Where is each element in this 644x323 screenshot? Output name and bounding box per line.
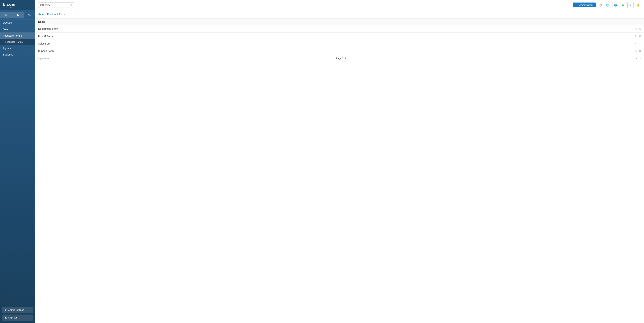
main-area: CCHome 👤 Administrator 🕐 🌐 🌍 ↻ ↺ (35, 0, 644, 323)
table-row: Sales Form ✎ ✕ (35, 40, 644, 48)
bell-icon-btn[interactable]: 🔔 (635, 2, 641, 8)
edit-icon-sales[interactable]: ✎ (634, 42, 637, 45)
row-name-sales-form: Sales Form (38, 42, 51, 45)
delete-icon-new-it[interactable]: ✕ (639, 34, 641, 38)
row-name-support-form: Support Form (38, 50, 54, 52)
edit-icon-new-it[interactable]: ✎ (634, 34, 637, 38)
clock-icon: 🕐 (598, 4, 602, 7)
refresh-blue-icon: ↺ (629, 3, 632, 7)
next-page-button[interactable]: next » (635, 57, 641, 60)
statistics-label: Statistics (3, 53, 13, 56)
sign-out-button[interactable]: ⏏ Sign out (2, 314, 33, 321)
feedback-forms-label: Feedback Forms (3, 34, 22, 37)
header: CCHome 👤 Administrator 🕐 🌐 🌍 ↻ ↺ (35, 0, 644, 10)
refresh-blue-icon-btn[interactable]: ↺ (628, 2, 634, 8)
row-actions: ✎ ✕ (634, 34, 641, 38)
svg-line-5 (29, 14, 30, 14)
row-actions: ✎ ✕ (634, 50, 641, 53)
queues-chevron: › (32, 22, 32, 24)
user-globe-icon: 🌍 (614, 4, 617, 7)
admin-settings-button[interactable]: ⚙ Admin Settings (2, 307, 33, 313)
logo-text: bicom (3, 2, 16, 7)
bell-icon: 🔔 (636, 4, 640, 7)
share-icon-btn[interactable] (24, 12, 35, 18)
statistics-chevron: › (32, 54, 32, 56)
admin-user-icon: 👤 (575, 4, 578, 6)
row-actions: ✎ ✕ (634, 42, 641, 45)
refresh-green-icon: ↻ (622, 3, 624, 7)
table-row: Department Form ✎ ✕ (35, 25, 644, 32)
delete-icon-sales[interactable]: ✕ (639, 42, 641, 45)
row-actions: ✎ ✕ (634, 27, 641, 30)
feedback-forms-chevron: ‹ (32, 34, 32, 37)
globe-icon: 🌐 (606, 4, 610, 7)
delete-icon-support[interactable]: ✕ (639, 50, 641, 53)
row-name-department-form: Department Form (38, 28, 58, 30)
svg-line-4 (29, 15, 30, 16)
header-left: CCHome (38, 2, 74, 8)
edit-icon-department[interactable]: ✎ (634, 27, 637, 30)
sidebar-bottom: ⚙ Admin Settings ⏏ Sign out (0, 304, 35, 323)
sidebar-item-feedback-forms[interactable]: Feedback Forms ‹ (0, 32, 35, 39)
sidebar-item-statistics[interactable]: Statistics › (0, 51, 35, 58)
header-right: 👤 Administrator 🕐 🌐 🌍 ↻ ↺ 🔔 (573, 2, 641, 8)
content-header: ⊕ Add Feedback Form (35, 10, 644, 18)
sidebar-item-agents[interactable]: Agents › (0, 45, 35, 51)
sidebar-subitem-feedback-forms[interactable]: Feedback Forms (0, 39, 35, 45)
cchome-dropdown[interactable]: CCHome (38, 2, 74, 8)
sidebar-item-dialer[interactable]: Dialer › (0, 26, 35, 32)
gear-icon: ⚙ (5, 308, 7, 311)
dialer-label: Dialer (3, 28, 10, 31)
signout-icon: ⏏ (5, 316, 7, 319)
feedback-forms-table: Name Department Form ✎ ✕ New IT Form ✎ ✕ (35, 18, 644, 55)
administrator-button[interactable]: 👤 Administrator (573, 2, 596, 8)
user-globe-icon-btn[interactable]: 🌍 (612, 2, 618, 8)
add-feedback-form-button[interactable]: ⊕ Add Feedback Form (38, 12, 65, 16)
svg-point-1 (30, 14, 30, 14)
admin-settings-label: Admin Settings (8, 308, 24, 311)
administrator-label: Administrator (579, 4, 593, 6)
clock-icon-btn[interactable]: 🕐 (597, 2, 603, 8)
table-row: Support Form ✎ ✕ (35, 48, 644, 55)
sidebar-icon-bar: ⌂ (0, 10, 35, 20)
logo-area: bicom SYSTEMS (0, 0, 35, 10)
agents-chevron: › (32, 47, 32, 49)
previous-page-button[interactable]: « previous (38, 57, 49, 60)
delete-icon-department[interactable]: ✕ (639, 27, 641, 30)
group-icon-btn[interactable] (12, 12, 24, 18)
refresh-green-icon-btn[interactable]: ↻ (620, 2, 626, 8)
edit-icon-support[interactable]: ✎ (634, 50, 637, 53)
agents-label: Agents (3, 47, 11, 50)
home-icon-btn[interactable]: ⌂ (0, 12, 12, 18)
add-feedback-form-label: Add Feedback Form (42, 13, 65, 16)
svg-point-3 (30, 15, 30, 16)
pagination: « previous Page 1 of 1 next » (35, 55, 644, 62)
sidebar-nav: Queues › Dialer › Feedback Forms ‹ Feedb… (0, 20, 35, 58)
sign-out-label: Sign out (8, 316, 17, 319)
table-column-name: Name (35, 18, 644, 25)
globe-icon-btn[interactable]: 🌐 (605, 2, 611, 8)
svg-point-0 (17, 14, 18, 15)
sidebar-item-queues[interactable]: Queues › (0, 20, 35, 26)
row-name-new-it-form: New IT Form (38, 35, 53, 38)
svg-point-2 (28, 14, 29, 15)
page-info: Page 1 of 1 (336, 57, 348, 60)
plus-circle-icon: ⊕ (38, 12, 41, 16)
table-row: New IT Form ✎ ✕ (35, 32, 644, 40)
queues-label: Queues (3, 21, 12, 24)
feedback-forms-sub-label: Feedback Forms (5, 40, 23, 43)
content-area: ⊕ Add Feedback Form Name Department Form… (35, 10, 644, 323)
sidebar: bicom SYSTEMS ⌂ Queues › Dialer › Feedba… (0, 0, 35, 323)
dialer-chevron: › (32, 28, 32, 30)
